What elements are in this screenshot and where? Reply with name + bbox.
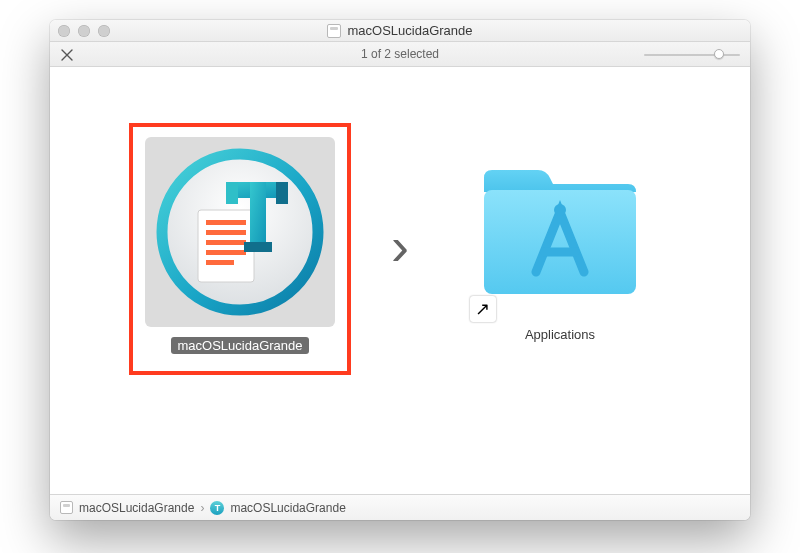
- items-row: macOSLucidaGrande ›: [50, 137, 750, 354]
- slider-track: [644, 54, 740, 56]
- applications-item-label: Applications: [519, 326, 601, 343]
- window-title: macOSLucidaGrande: [327, 23, 472, 38]
- close-button[interactable]: [58, 25, 70, 37]
- app-lucida-grande-icon: [156, 148, 324, 316]
- app-mini-icon: T: [210, 501, 224, 515]
- toolbar: 1 of 2 selected: [50, 42, 750, 67]
- svg-rect-4: [206, 230, 246, 235]
- icon-size-slider[interactable]: [644, 52, 740, 58]
- path-bar[interactable]: macOSLucidaGrande › T macOSLucidaGrande: [50, 494, 750, 520]
- svg-rect-10: [276, 182, 288, 204]
- svg-rect-9: [250, 182, 266, 252]
- svg-rect-3: [206, 220, 246, 225]
- svg-rect-6: [206, 250, 246, 255]
- slider-thumb[interactable]: [714, 49, 724, 59]
- path-segment-app[interactable]: macOSLucidaGrande: [230, 501, 345, 515]
- applications-item[interactable]: ↗ Applications: [465, 148, 655, 343]
- disk-icon: [60, 501, 73, 514]
- selection-status-text: 1 of 2 selected: [361, 47, 439, 61]
- svg-rect-12: [244, 242, 272, 252]
- action-button[interactable]: [58, 46, 76, 64]
- chevron-right-icon: ›: [200, 501, 204, 515]
- content-area[interactable]: macOSLucidaGrande ›: [50, 67, 750, 494]
- app-item-label: macOSLucidaGrande: [171, 337, 308, 354]
- x-icon: [60, 48, 74, 62]
- svg-rect-5: [206, 240, 246, 245]
- svg-rect-7: [206, 260, 234, 265]
- disk-icon: [327, 24, 341, 38]
- svg-rect-11: [226, 182, 238, 204]
- svg-point-14: [554, 204, 566, 216]
- app-icon-selection: [145, 137, 335, 327]
- window-controls: [58, 25, 110, 37]
- app-item[interactable]: macOSLucidaGrande: [145, 137, 335, 354]
- minimize-button[interactable]: [78, 25, 90, 37]
- drag-arrow-glyph: ›: [391, 219, 409, 273]
- path-segment-volume[interactable]: macOSLucidaGrande: [79, 501, 194, 515]
- titlebar[interactable]: macOSLucidaGrande: [50, 20, 750, 42]
- zoom-button[interactable]: [98, 25, 110, 37]
- window-title-text: macOSLucidaGrande: [347, 23, 472, 38]
- applications-folder-icon: ↗: [476, 148, 644, 316]
- dmg-installer-window: macOSLucidaGrande 1 of 2 selected: [50, 20, 750, 520]
- alias-badge-icon: ↗: [470, 296, 496, 322]
